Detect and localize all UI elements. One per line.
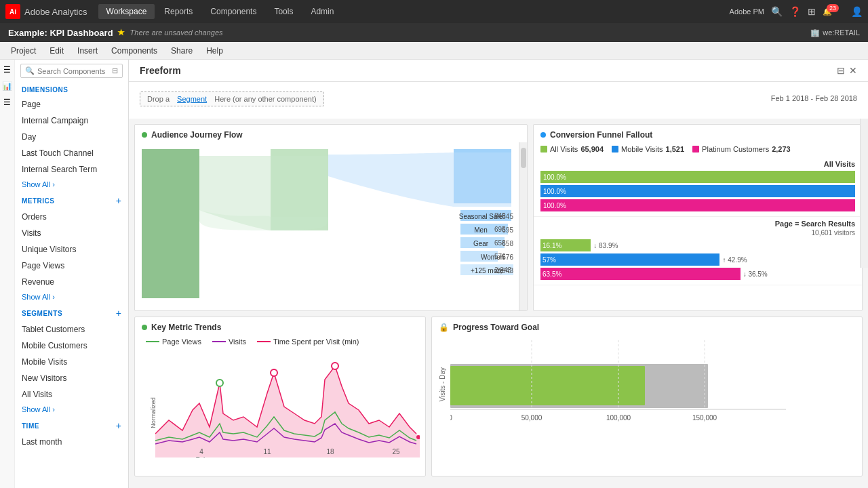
metrics-add-icon[interactable]: + (116, 195, 121, 206)
segments-add-icon[interactable]: + (116, 308, 121, 319)
sidebar-item-unique-visitors[interactable]: Unique Visitors (15, 241, 128, 258)
building-icon: 🏢 (810, 28, 820, 37)
kmc-pv-label: Page Views (162, 338, 201, 346)
funnel-bar-row-4: 16.1% ↓ 83.9% (540, 239, 855, 251)
sidebar-item-last-touch[interactable]: Last Touch Channel (15, 145, 128, 161)
sidebar-item-new-visitors[interactable]: New Visitors (15, 370, 128, 386)
menu-project[interactable]: Project (5, 45, 41, 57)
menu-edit[interactable]: Edit (44, 45, 69, 57)
sidebar-item-page[interactable]: Page (15, 96, 128, 113)
panel-close-btn[interactable]: ✕ (849, 65, 857, 76)
search-icon[interactable]: 🔍 (771, 6, 783, 17)
kmc-visits-label: Visits (229, 338, 246, 346)
filter-icon[interactable]: ⊟ (112, 66, 118, 75)
nav-right: Adobe PM 🔍 ❓ ⊞ 🔔23 👤 (730, 6, 863, 17)
panel-collapse-btn[interactable]: ⊟ (837, 65, 845, 76)
kmc-y-label: Normalized (150, 397, 157, 428)
progress-y-label: Visits - Day (439, 367, 446, 401)
funnel-title-bar: Conversion Funnel Fallout (534, 125, 862, 142)
sidebar-item-mobile-customers[interactable]: Mobile Customers (15, 338, 128, 354)
bottom-charts-row: Key Metric Trends Page Views Visits (134, 317, 863, 476)
sidebar-item-visits[interactable]: Visits (15, 225, 128, 241)
chart-scrollbar[interactable] (519, 142, 527, 310)
apps-icon[interactable]: ⊞ (808, 6, 816, 17)
metrics-show-all[interactable]: Show All › (15, 290, 128, 304)
sidebar-item-orders[interactable]: Orders (15, 209, 128, 225)
sidebar-icon-toggle[interactable]: ☰ (3, 65, 11, 75)
retailer-badge: 🏢 we:RETAIL (810, 28, 860, 37)
user-avatar[interactable]: 👤 (851, 6, 863, 17)
nav-tab-tools[interactable]: Tools (266, 4, 301, 19)
sidebar-item-mobile-visits[interactable]: Mobile Visits (15, 354, 128, 370)
menu-share[interactable]: Share (165, 45, 198, 57)
main-content: Freeform ⊟ ✕ Drop a Segment Here (or any… (129, 60, 868, 488)
sidebar-item-all-visits[interactable]: All Visits (15, 386, 128, 403)
dimensions-title: DIMENSIONS (22, 86, 68, 94)
progress-svg: 0 50,000 100,000 150,000 (450, 340, 796, 428)
logo[interactable]: Ai Adobe Analytics (5, 4, 87, 19)
legend-mobile-label: Mobile Visits (621, 145, 663, 153)
sidebar-icon-graph[interactable]: 📊 (2, 81, 12, 91)
funnel-bar-blue-57: 57% (540, 253, 719, 266)
peak-dot-1 (216, 380, 223, 386)
sidebar-item-page-views[interactable]: Page Views (15, 258, 128, 274)
second-bar-right: 🏢 we:RETAIL (810, 28, 860, 37)
nav-tab-admin[interactable]: Admin (302, 4, 342, 19)
svg-text:25: 25 (392, 448, 400, 455)
funnel-pct-green-2: 16.1% (542, 242, 561, 249)
svg-text:Men: Men (474, 226, 487, 234)
nav-tab-workspace[interactable]: Workspace (98, 4, 155, 19)
help-icon[interactable]: ❓ (789, 6, 801, 17)
panel-row: Drop a Segment Here (or any other compon… (140, 89, 857, 112)
audience-dot (142, 132, 147, 138)
swatch-mobile-visits (612, 146, 618, 152)
legend-platinum-label: Platinum Customers (702, 145, 769, 153)
time-header: TIME + (15, 416, 128, 434)
lock-icon: 🔒 (439, 323, 449, 332)
swatch-platinum (692, 146, 699, 152)
sidebar-item-internal-campaign[interactable]: Internal Campaign (15, 113, 128, 129)
user-label: Adobe PM (730, 7, 764, 16)
svg-text:Gear: Gear (473, 240, 489, 247)
search-bar[interactable]: 🔍 ⊟ (20, 64, 123, 78)
notification-area[interactable]: 🔔23 (823, 7, 844, 16)
segment-drop-zone[interactable]: Drop a Segment Here (or any other compon… (140, 92, 324, 106)
sidebar-item-tablet-customers[interactable]: Tablet Customers (15, 321, 128, 338)
sidebar-item-day[interactable]: Day (15, 129, 128, 145)
segments-show-all[interactable]: Show All › (15, 403, 128, 416)
nav-tab-components[interactable]: Components (202, 4, 264, 19)
nav-tab-reports[interactable]: Reports (156, 4, 201, 19)
funnel-legend: All Visits 65,904 Mobile Visits 1,521 Pl… (534, 142, 862, 157)
svg-text:11: 11 (263, 448, 271, 455)
kmc-ts-label: Time Spent per Visit (min) (273, 338, 359, 346)
menu-help[interactable]: Help (201, 45, 229, 57)
kmc-legend-time-spent: Time Spent per Visit (min) (257, 338, 359, 346)
funnel-scroll-area: All Visits 100.0% 100.0% (534, 157, 862, 285)
menu-components[interactable]: Components (106, 45, 163, 57)
segments-header: SEGMENTS + (15, 304, 128, 321)
funnel-bar-blue-100: 100.0% (540, 185, 855, 197)
sidebar-icon-list[interactable]: ☰ (3, 98, 11, 107)
chevron-right-icon: › (52, 180, 55, 188)
svg-text:4: 4 (199, 448, 203, 455)
funnel-pct-pink-1: 100.0% (543, 202, 566, 209)
search-input[interactable] (37, 67, 109, 75)
key-metric-chart: Key Metric Trends Page Views Visits (134, 317, 426, 476)
funnel-pct-green-1: 100.0% (543, 174, 566, 181)
star-icon[interactable]: ★ (117, 28, 125, 37)
swatch-all-visits (540, 146, 547, 152)
kmc-line-purple (212, 341, 226, 342)
sidebar-item-last-month[interactable]: Last month (15, 434, 128, 450)
kmc-legend-page-views: Page Views (146, 338, 201, 346)
funnel-change-pink-2: ↓ 36.5% (743, 270, 768, 278)
sidebar-item-internal-search[interactable]: Internal Search Term (15, 161, 128, 178)
sidebar-item-revenue[interactable]: Revenue (15, 274, 128, 290)
menu-insert[interactable]: Insert (72, 45, 103, 57)
time-add-icon[interactable]: + (116, 420, 121, 431)
funnel-section-all-visits: All Visits 100.0% 100.0% (534, 157, 862, 217)
audience-title: Audience Journey Flow (151, 130, 243, 140)
legend-all-visits-value: 65,904 (580, 145, 604, 153)
dimensions-show-all[interactable]: Show All › (15, 178, 128, 191)
audience-journey-chart: Audience Journey Flow (134, 124, 528, 311)
funnel-scrollbar[interactable] (860, 119, 868, 268)
